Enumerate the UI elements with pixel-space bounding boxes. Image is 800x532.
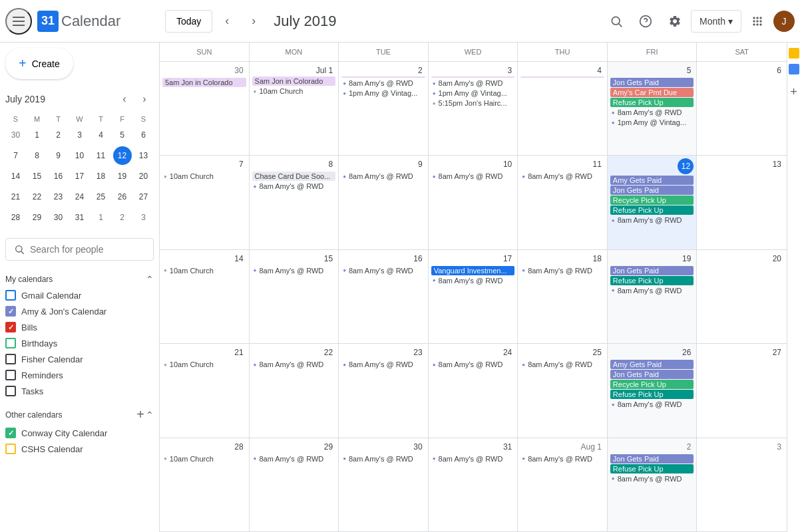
calendar-event[interactable]: Refuse Pick Up [610,390,694,399]
mini-cal-day[interactable]: 3 [71,126,89,144]
mini-cal-day[interactable]: 25 [92,188,110,206]
my-calendar-item[interactable]: Amy & Jon's Calendar [5,303,154,319]
calendar-checkbox[interactable] [5,428,16,438]
next-month-button[interactable]: › [242,9,266,33]
multi-day-event[interactable]: 5am Jon in Colorado [162,78,246,87]
create-button[interactable]: + Create [5,48,73,79]
mini-cal-day[interactable]: 8 [28,146,47,165]
calendar-event[interactable]: Jon Gets Paid [610,186,694,195]
mini-cal-day[interactable]: 11 [92,146,110,165]
view-selector[interactable]: Month ▾ [691,10,741,33]
calendar-cell[interactable]: 19Jon Gets PaidRefuse Pick Up8am Amy's @… [608,250,698,344]
calendar-cell[interactable]: 5Jon Gets PaidAmy's Car Pmt DueRefuse Pi… [608,62,698,156]
calendar-event[interactable]: 8am Amy's @ RWD [431,360,515,369]
help-button[interactable] [632,8,659,35]
calendar-event[interactable]: Jon Gets Paid [610,266,694,275]
calendar-event[interactable]: Recycle Pick Up [610,196,694,205]
calendar-event[interactable]: 8am Amy's @ RWD [610,286,694,295]
calendar-event[interactable]: Chase Card Due Soo... [252,172,336,181]
calendar-event[interactable]: 8am Amy's @ RWD [610,400,694,409]
calendar-event[interactable]: 1pm Amy @ Vintag... [341,88,425,98]
mini-cal-day[interactable]: 10 [71,146,89,165]
calendar-event[interactable]: 8am Amy's @ RWD [610,108,694,117]
calendar-event[interactable]: 8am Amy's @ RWD [341,454,425,464]
calendar-event[interactable]: Jon Gets Paid [610,370,694,379]
calendar-cell[interactable]: 118am Amy's @ RWD [518,156,608,249]
mini-cal-day[interactable]: 21 [7,188,25,206]
mini-cal-day[interactable]: 18 [92,167,110,186]
calendar-cell[interactable]: 108am Amy's @ RWD [429,156,518,249]
calendar-event[interactable]: 10am Church [162,172,246,181]
calendar-event[interactable]: 8am Amy's @ RWD [520,454,604,464]
calendar-cell[interactable]: 13 [697,156,787,249]
mini-cal-day[interactable]: 22 [28,188,47,206]
calendar-event[interactable]: 8am Amy's @ RWD [520,360,604,369]
mini-cal-day[interactable]: 30 [7,126,25,144]
mini-cal-day[interactable]: 1 [92,208,110,227]
other-calendar-item[interactable]: CSHS Calendar [5,441,154,457]
my-calendar-item[interactable]: Tasks [5,383,154,399]
user-avatar[interactable]: J [773,11,795,32]
calendar-event[interactable]: 8am Amy's @ RWD [252,182,336,191]
prev-month-button[interactable]: ‹ [215,9,239,33]
mini-cal-day[interactable]: 14 [7,167,25,186]
search-people-box[interactable] [5,238,154,261]
calendar-cell[interactable]: 6 [697,62,787,156]
calendar-checkbox[interactable] [5,354,16,364]
mini-cal-day[interactable]: 9 [49,146,68,165]
calendar-cell[interactable]: 308am Amy's @ RWD [339,438,429,532]
calendar-cell[interactable]: 17Vanguard Investmen...8am Amy's @ RWD [429,250,518,344]
my-calendar-item[interactable]: Bills [5,319,154,335]
calendar-event[interactable]: 8am Amy's @ RWD [520,172,604,181]
calendar-event[interactable]: Amy's Car Pmt Due [610,88,694,97]
my-calendars-header[interactable]: My calendars ⌃ [5,271,154,287]
calendar-event[interactable]: 8am Amy's @ RWD [341,360,425,369]
mini-cal-day[interactable]: 1 [28,126,47,144]
calendar-event[interactable]: 8am Amy's @ RWD [431,276,515,285]
calendar-event[interactable]: 8am Amy's @ RWD [341,172,425,181]
mini-cal-day[interactable]: 19 [113,167,132,186]
mini-cal-day[interactable]: 30 [49,208,68,227]
mini-cal-next[interactable]: › [135,90,154,108]
calendar-cell[interactable]: 1410am Church [160,250,250,344]
right-sidebar-icon-1[interactable] [789,48,799,59]
other-calendars-header[interactable]: Other calendars + ⌃ [5,404,154,425]
settings-button[interactable] [662,8,688,35]
calendar-event[interactable]: Refuse Pick Up [610,98,694,107]
mini-cal-day[interactable]: 7 [7,146,25,165]
mini-cal-day[interactable]: 31 [71,208,89,227]
my-calendar-item[interactable]: Reminders [5,367,154,383]
calendar-event[interactable]: Vanguard Investmen... [431,266,515,275]
other-calendar-item[interactable]: Conway City Calendar [5,425,154,441]
mini-cal-day[interactable]: 13 [134,146,153,165]
my-calendar-item[interactable]: Birthdays [5,335,154,351]
mini-cal-day[interactable]: 17 [71,167,89,186]
calendar-event[interactable]: 8am Amy's @ RWD [252,454,336,464]
mini-cal-day[interactable]: 3 [134,208,153,227]
calendar-cell[interactable]: 305am Jon in Colorado [160,62,250,156]
mini-cal-day[interactable]: 15 [28,167,47,186]
calendar-cell[interactable]: 8Chase Card Due Soo...8am Amy's @ RWD [250,156,339,249]
multi-day-event-continuation[interactable] [520,76,604,78]
mini-cal-day[interactable]: 28 [7,208,25,227]
calendar-cell[interactable]: 298am Amy's @ RWD [250,438,339,532]
multi-day-event-continuation[interactable]: Sam Jon in Colorado [252,76,336,86]
multi-day-event-continuation[interactable] [341,76,425,78]
calendar-cell[interactable]: 98am Amy's @ RWD [339,156,429,249]
calendar-cell[interactable]: 158am Amy's @ RWD [250,250,339,344]
calendar-cell[interactable]: 238am Amy's @ RWD [339,344,429,438]
calendar-checkbox[interactable] [5,290,16,301]
calendar-cell[interactable]: 2110am Church [160,344,250,438]
multi-day-event-continuation[interactable] [431,76,515,78]
my-calendars-toggle[interactable]: ⌃ [146,274,154,285]
other-calendars-toggle[interactable]: ⌃ [146,410,154,420]
calendar-event[interactable]: 8am Amy's @ RWD [610,474,694,483]
calendar-event[interactable]: 1pm Amy @ Vintag... [431,88,515,98]
calendar-event[interactable]: 10am Church [162,360,246,369]
right-sidebar-icon-2[interactable] [789,64,799,74]
add-right-button[interactable]: + [790,85,797,99]
mini-cal-day[interactable]: 29 [28,208,47,227]
calendar-cell[interactable]: 2810am Church [160,438,250,532]
calendar-event[interactable]: 8am Amy's @ RWD [431,78,515,88]
calendar-cell[interactable]: 20 [697,250,787,344]
